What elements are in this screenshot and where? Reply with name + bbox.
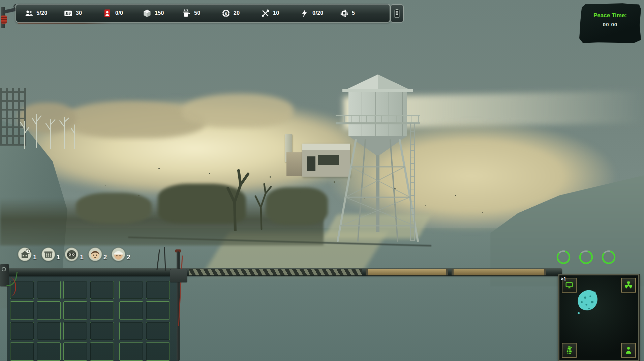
ruined-annex	[286, 152, 303, 176]
resource-value: 150	[155, 10, 164, 16]
dead-trees-left	[18, 100, 80, 149]
resource-value: 50	[194, 10, 200, 16]
resource-list: 5/20300/015050$20100/205	[24, 4, 379, 22]
minimap-zoom-label: ×1	[561, 276, 566, 281]
build-slot[interactable]	[63, 281, 87, 299]
build-slot[interactable]	[90, 301, 114, 320]
build-slot-grid	[10, 281, 170, 361]
resource-bar-end-cap	[390, 4, 404, 23]
resource-homeless: 0/0	[103, 9, 143, 18]
game-screen: 5/20300/015050$20100/205 Peace Time: 00:…	[0, 0, 644, 361]
chip-coin-icon: $	[221, 9, 231, 18]
people-icon	[24, 9, 33, 18]
red-coil	[1, 16, 7, 24]
house-clock-icon	[18, 247, 32, 262]
peace-timer-value: 00:00	[579, 22, 641, 27]
peace-timer-panel: Peace Time: 00:00	[579, 3, 641, 43]
resource-power: 0/20	[300, 9, 340, 18]
build-slot[interactable]	[146, 342, 170, 361]
build-slot[interactable]	[37, 342, 61, 361]
cpu-chip-icon	[340, 9, 349, 18]
grenade-button[interactable]	[562, 343, 577, 358]
striped-rod-segment	[189, 269, 362, 275]
status-shelter-alert[interactable]: 1	[18, 247, 37, 262]
resource-value: 5	[352, 10, 355, 16]
resource-colonist-records: 30	[64, 9, 103, 18]
status-child-survivor[interactable]: 2	[88, 247, 107, 262]
build-slot[interactable]	[146, 301, 170, 320]
build-slot[interactable]	[37, 281, 61, 299]
cooldown-ring[interactable]	[578, 249, 594, 265]
build-slot[interactable]	[10, 301, 34, 320]
status-house-alert[interactable]: 1	[41, 247, 60, 262]
resource-value: 0/0	[115, 10, 123, 16]
worker-face-icon	[111, 247, 126, 262]
build-slot-panel	[7, 276, 178, 361]
wooden-rod-segment	[452, 269, 546, 275]
power-bolt-icon	[300, 9, 309, 18]
status-icon-row: 11122	[18, 247, 130, 262]
id-card-icon	[64, 9, 73, 18]
water-tower	[322, 72, 433, 254]
peace-timer-label: Peace Time:	[579, 12, 641, 19]
resource-value: 10	[273, 10, 279, 16]
battery-icon	[393, 8, 401, 19]
resource-food: 50	[182, 9, 221, 18]
survivor-button[interactable]	[621, 343, 636, 358]
build-slot[interactable]	[37, 322, 61, 340]
junk-pile	[76, 193, 152, 224]
build-slot[interactable]	[63, 301, 87, 320]
build-slot[interactable]	[119, 301, 143, 320]
minimap-panel[interactable]: ×1	[558, 274, 639, 361]
build-slot[interactable]	[90, 322, 114, 340]
build-slot[interactable]	[119, 342, 143, 361]
build-slot[interactable]	[10, 342, 34, 361]
resource-electronics: 5	[340, 9, 379, 18]
build-slot[interactable]	[90, 281, 114, 299]
house-icon	[41, 247, 56, 262]
desert-debris	[158, 168, 160, 169]
radiation-button[interactable]	[621, 278, 636, 293]
status-count: 1	[57, 253, 60, 261]
resource-population: 5/20	[24, 9, 64, 18]
pole-junction-box	[170, 269, 187, 282]
radiation-icon	[624, 280, 633, 290]
build-slot[interactable]	[119, 281, 143, 299]
wired-machine-decoration	[0, 262, 20, 299]
build-slot[interactable]	[10, 322, 34, 340]
alert-person-icon	[103, 9, 112, 18]
zoom-button[interactable]: ×1	[562, 278, 577, 293]
grenade-icon	[564, 345, 574, 355]
monitor-icon	[564, 280, 574, 290]
machine-dial	[2, 267, 6, 271]
tools-icon	[261, 9, 270, 18]
resource-value: 0/20	[312, 10, 323, 16]
build-slot[interactable]	[63, 342, 87, 361]
cooldown-ring[interactable]	[601, 249, 616, 265]
wired-pole-decoration	[174, 249, 189, 361]
person-icon	[624, 345, 633, 355]
metal-rod-decoration	[0, 268, 562, 276]
status-count: 1	[33, 253, 37, 261]
crate-icon	[143, 9, 152, 18]
cooldown-rings	[556, 249, 616, 265]
status-count: 1	[80, 253, 84, 261]
status-masked-survivor[interactable]: 1	[64, 247, 84, 262]
masked-face-icon	[64, 247, 79, 262]
minimap-terrain	[572, 288, 603, 319]
status-worker-survivor[interactable]: 2	[111, 247, 130, 262]
child-face-icon	[88, 247, 102, 262]
resource-value: 30	[76, 10, 82, 16]
resource-tools: 10	[261, 9, 300, 18]
svg-text:$: $	[225, 11, 227, 15]
wooden-rod-segment	[366, 269, 448, 275]
build-slot[interactable]	[37, 301, 61, 320]
build-slot[interactable]	[146, 322, 170, 340]
resource-value: 5/20	[36, 10, 47, 16]
build-slot[interactable]	[119, 322, 143, 340]
resource-materials: 150	[143, 9, 182, 18]
build-slot[interactable]	[146, 281, 170, 299]
cooldown-ring[interactable]	[556, 249, 571, 265]
build-slot[interactable]	[63, 322, 87, 340]
build-slot[interactable]	[90, 342, 114, 361]
